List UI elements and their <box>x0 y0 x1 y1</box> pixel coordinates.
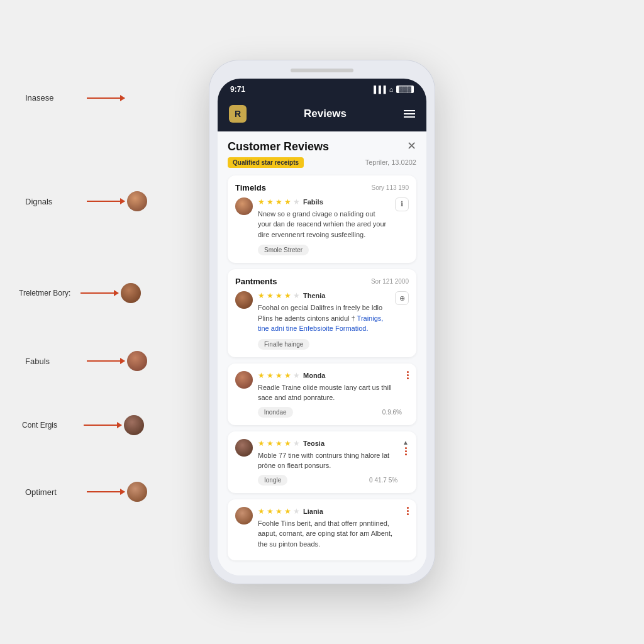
review-3-percent: 0.9.6% <box>382 409 402 416</box>
content-area: Customer Reviews ✕ Qualified star receip… <box>218 131 426 576</box>
annotation-fabuls: Fabuls <box>25 351 147 371</box>
star-5: ★ <box>293 197 300 206</box>
reviewer-4-avatar <box>235 439 253 457</box>
header-title: Reviews <box>304 108 347 120</box>
annotation-label: Inasese <box>25 93 82 103</box>
dot-1 <box>405 447 407 449</box>
review-card-3: ★ ★ ★ ★ ★ Monda Readle Traine olide mous… <box>228 364 416 425</box>
annotation-treletmer: Treletmer Bory: <box>19 283 141 303</box>
signal-icon: ▐▐▐ <box>371 86 386 93</box>
section-badge: Qualified star receipts <box>228 157 304 168</box>
annotation-avatar <box>127 351 147 371</box>
section-header: Customer Reviews ✕ <box>228 140 416 153</box>
annotation-avatar <box>127 482 147 502</box>
review-2-tag: Finalle hainge <box>258 339 309 350</box>
hamburger-menu-button[interactable] <box>404 110 415 118</box>
annotation-label: Dignals <box>25 197 82 206</box>
review-1-title: Timelds <box>235 183 266 192</box>
annotation-arrow <box>84 425 121 426</box>
review-1-tag: Smole Streter <box>258 245 309 255</box>
review-card-4: ★ ★ ★ ★ ★ Teosia Moble 77 tine with cont… <box>228 431 416 493</box>
star-1: ★ <box>258 371 265 380</box>
review-4-percent: 0 41.7 5% <box>369 477 397 484</box>
star-4: ★ <box>284 371 291 380</box>
reviewer-3-name: Monda <box>303 372 325 379</box>
review-3-content: ★ ★ ★ ★ ★ Monda Readle Traine olide mous… <box>258 371 402 418</box>
status-time: 9:71 <box>230 85 245 94</box>
star-4: ★ <box>284 197 291 206</box>
review-3-body: ★ ★ ★ ★ ★ Monda Readle Traine olide mous… <box>235 371 409 418</box>
review-1-action-button[interactable]: ℹ <box>395 197 409 211</box>
dot-3 <box>405 453 407 455</box>
review-4-stars-row: ★ ★ ★ ★ ★ Teosia <box>258 439 397 448</box>
review-1-body: ★ ★ ★ ★ ★ Fabils Nnew so e grand civage … <box>235 197 409 256</box>
star-3: ★ <box>275 507 282 516</box>
annotation-arrow <box>87 360 125 362</box>
reviewer-2-name: Thenia <box>303 292 325 299</box>
review-2-content: ★ ★ ★ ★ ★ Thenia Foohal on gecial Dalifr… <box>258 291 390 350</box>
review-3-more-button[interactable] <box>407 371 409 379</box>
review-4-actions: ▲ <box>402 439 409 455</box>
reviewer-5-name: Liania <box>303 508 323 515</box>
review-2-link[interactable]: Trainigs, tine adni tine Enfebsioite For… <box>258 314 383 333</box>
annotation-avatar <box>124 415 144 435</box>
star-5: ★ <box>293 291 300 300</box>
reviewer-4-name: Teosia <box>303 440 325 447</box>
review-5-body: ★ ★ ★ ★ ★ Liania Foohle Tiins berit, and… <box>235 507 409 553</box>
review-4-body: ★ ★ ★ ★ ★ Teosia Moble 77 tine with cont… <box>235 439 409 486</box>
wifi-icon: ⌂ <box>389 86 394 93</box>
battery-icon: ▓▓▓ <box>396 86 414 93</box>
annotation-label: Cont Ergis <box>22 421 79 430</box>
review-5-content: ★ ★ ★ ★ ★ Liania Foohle Tiins berit, and… <box>258 507 402 553</box>
review-card-2: Pantments Sor 121 2000 ★ ★ ★ ★ ★ Thenia <box>228 269 416 357</box>
reviewer-1-name: Fabils <box>303 198 323 206</box>
annotation-label: Fabuls <box>25 357 82 366</box>
review-4-text: Moble 77 tine with contnurs thing halore… <box>258 450 397 471</box>
review-4-more-button[interactable] <box>405 447 407 455</box>
review-1-text: Nnew so e grand civage o naliding out yo… <box>258 209 390 240</box>
review-4-tag: Iongle <box>258 475 287 486</box>
review-4-up-icon[interactable]: ▲ <box>402 439 409 446</box>
review-2-text: Foohal on gecial Dalifres in freely be l… <box>258 303 390 334</box>
review-1-header: Timelds Sory 113 190 <box>235 183 409 192</box>
star-3: ★ <box>275 439 282 448</box>
annotation-arrow <box>87 491 125 492</box>
annotation-optimert: Optimert <box>25 482 147 502</box>
review-5-more-button[interactable] <box>407 507 409 515</box>
annotation-avatar <box>121 283 141 303</box>
reviewer-2-avatar <box>235 291 253 309</box>
star-2: ★ <box>267 197 274 206</box>
close-button[interactable]: ✕ <box>407 140 416 152</box>
star-2: ★ <box>267 291 274 300</box>
star-2: ★ <box>267 507 274 516</box>
reviewer-3-avatar <box>235 371 253 389</box>
annotation-cont-ergis: Cont Ergis <box>22 415 144 435</box>
review-2-header: Pantments Sor 121 2000 <box>235 277 409 286</box>
app-header: R Reviews <box>218 99 426 131</box>
header-logo[interactable]: R <box>229 105 247 123</box>
review-2-action-button[interactable]: ⊕ <box>395 291 409 305</box>
phone-shell: 9:71 ▐▐▐ ⌂ ▓▓▓ R Reviews Customer Revi <box>209 60 435 585</box>
star-2: ★ <box>267 371 274 380</box>
dot-3 <box>407 513 409 515</box>
review-3-text: Readle Traine olide mouste lany cart us … <box>258 382 402 403</box>
status-bar: 9:71 ▐▐▐ ⌂ ▓▓▓ <box>218 79 426 99</box>
star-4: ★ <box>284 291 291 300</box>
dot-1 <box>407 507 409 509</box>
annotation-arrow <box>87 97 125 99</box>
annotation-inasese: Inasese <box>25 93 125 103</box>
annotation-dignals: Dignals <box>25 191 147 211</box>
star-5: ★ <box>293 439 300 448</box>
reviewer-1-avatar <box>235 197 253 215</box>
review-3-tag: lnondae <box>258 407 293 418</box>
review-1-date: Sory 113 190 <box>372 184 409 191</box>
star-3: ★ <box>275 291 282 300</box>
review-2-body: ★ ★ ★ ★ ★ Thenia Foohal on gecial Dalifr… <box>235 291 409 350</box>
review-2-date: Sor 121 2000 <box>371 278 409 285</box>
reviewer-5-avatar <box>235 507 253 525</box>
dot-1 <box>407 371 409 373</box>
star-3: ★ <box>275 371 282 380</box>
star-1: ★ <box>258 291 265 300</box>
dot-3 <box>407 377 409 379</box>
annotation-arrow <box>80 292 118 294</box>
